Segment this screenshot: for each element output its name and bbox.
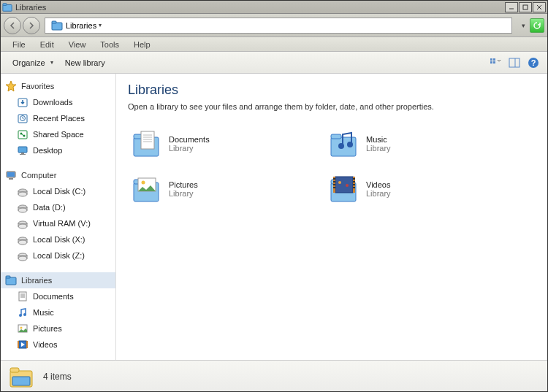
svg-rect-64 xyxy=(333,178,335,180)
sidebar-item-pictures[interactable]: Pictures xyxy=(1,320,115,337)
library-tile-videos[interactable]: Videos Library xyxy=(325,171,493,207)
svg-rect-65 xyxy=(333,181,335,182)
forward-button[interactable] xyxy=(23,17,40,34)
chevron-down-icon: ▾ xyxy=(50,59,53,66)
documents-library-icon xyxy=(131,128,161,159)
sidebar-item-music[interactable]: Music xyxy=(1,304,115,320)
svg-rect-71 xyxy=(353,187,355,188)
sidebar-item-videos[interactable]: Videos xyxy=(1,337,115,353)
sidebar-item-documents[interactable]: Documents xyxy=(1,288,115,304)
tile-type: Library xyxy=(169,144,210,153)
sidebar-libraries-header[interactable]: Libraries xyxy=(1,272,115,288)
svg-rect-33 xyxy=(523,5,528,9)
sidebar-item-label: Videos xyxy=(33,340,57,349)
svg-point-72 xyxy=(338,181,341,184)
sidebar-item-label: Downloads xyxy=(33,98,72,107)
pictures-library-icon xyxy=(131,174,161,204)
close-button[interactable] xyxy=(533,2,546,12)
svg-rect-40 xyxy=(509,58,520,67)
maximize-button[interactable] xyxy=(519,2,532,12)
svg-rect-61 xyxy=(335,177,353,193)
page-subtitle: Open a library to see your files and arr… xyxy=(128,102,536,111)
help-button[interactable]: ? xyxy=(525,55,541,71)
sidebar-item-local-disk-c[interactable]: Local Disk (C:) xyxy=(1,183,115,199)
back-button[interactable] xyxy=(4,17,21,34)
address-bar[interactable]: Libraries ▾ xyxy=(45,18,512,34)
minimize-button[interactable] xyxy=(505,2,518,12)
tile-name: Documents xyxy=(169,135,210,144)
sidebar-item-downloads[interactable]: Downloads xyxy=(1,94,115,110)
menu-file[interactable]: File xyxy=(5,39,33,50)
organize-label: Organize xyxy=(12,58,45,67)
sidebar-item-label: Desktop xyxy=(33,146,62,155)
svg-rect-39 xyxy=(493,61,495,64)
library-tile-music[interactable]: Music Library xyxy=(325,126,493,162)
navbar: Libraries ▾ ▾ xyxy=(1,14,547,37)
svg-text:?: ? xyxy=(531,58,536,67)
disk-icon xyxy=(17,250,28,261)
svg-rect-75 xyxy=(10,368,19,372)
window-title: Libraries xyxy=(15,3,504,12)
sidebar-item-label: Data (D:) xyxy=(33,203,66,212)
sidebar-item-data-d[interactable]: Data (D:) xyxy=(1,199,115,215)
new-library-label: New library xyxy=(65,58,105,67)
sidebar-item-local-disk-z[interactable]: Local Disk (Z:) xyxy=(1,247,115,264)
tile-name: Videos xyxy=(366,180,391,189)
sidebar-item-desktop[interactable]: Desktop xyxy=(1,142,115,158)
svg-rect-69 xyxy=(353,181,355,182)
tile-type: Library xyxy=(366,144,391,153)
menu-edit[interactable]: Edit xyxy=(33,39,61,50)
tile-type: Library xyxy=(366,189,391,198)
sidebar-item-recent-places[interactable]: Recent Places xyxy=(1,110,115,126)
chevron-down-icon: ▾ xyxy=(99,22,102,28)
address-dropdown-button[interactable]: ▾ xyxy=(517,19,530,32)
svg-rect-46 xyxy=(141,131,154,149)
svg-point-73 xyxy=(346,184,349,187)
computer-icon xyxy=(5,169,17,181)
pictures-icon xyxy=(17,323,28,334)
menu-help[interactable]: Help xyxy=(126,39,158,50)
sidebar-libraries-label: Libraries xyxy=(21,276,52,285)
statusbar: 4 items xyxy=(1,360,547,392)
toolbar: Organize ▾ New library ? xyxy=(1,52,547,74)
sidebar-favorites-label: Favorites xyxy=(21,82,54,91)
svg-rect-70 xyxy=(353,184,355,185)
music-library-icon xyxy=(328,128,359,159)
sidebar-computer-label: Computer xyxy=(21,171,56,180)
organize-button[interactable]: Organize ▾ xyxy=(7,55,59,70)
sidebar-favorites-header[interactable]: Favorites xyxy=(1,78,115,94)
sidebar-item-label: Pictures xyxy=(33,324,62,333)
new-library-button[interactable]: New library xyxy=(59,55,111,70)
disk-icon xyxy=(17,201,28,213)
menu-view[interactable]: View xyxy=(61,39,94,50)
desktop-icon xyxy=(17,145,28,156)
svg-point-53 xyxy=(338,143,344,149)
sidebar-item-virtual-ram-v[interactable]: Virtual RAM (V:) xyxy=(1,215,115,231)
menu-tools[interactable]: Tools xyxy=(93,39,126,50)
music-icon xyxy=(17,307,28,318)
libraries-icon xyxy=(5,274,17,286)
videos-icon xyxy=(17,339,28,350)
sidebar-item-label: Virtual RAM (V:) xyxy=(33,219,91,228)
status-count: 4 items xyxy=(43,372,72,382)
svg-rect-37 xyxy=(493,58,495,61)
preview-pane-button[interactable] xyxy=(506,55,522,71)
menubar: File Edit View Tools Help xyxy=(1,37,547,52)
sidebar-computer-header[interactable]: Computer xyxy=(1,167,115,183)
view-options-button[interactable] xyxy=(487,55,503,71)
refresh-button[interactable] xyxy=(530,18,544,33)
svg-rect-67 xyxy=(333,187,335,188)
documents-icon xyxy=(17,291,28,302)
library-grid: Documents Library Music Library xyxy=(128,126,536,207)
library-tile-documents[interactable]: Documents Library xyxy=(128,126,296,162)
content: Favorites Downloads Recent Places Shared… xyxy=(1,74,547,360)
main-pane: Libraries Open a library to see your fil… xyxy=(116,74,547,360)
recent-icon xyxy=(17,112,28,124)
breadcrumb-libraries[interactable]: Libraries ▾ xyxy=(48,20,104,31)
library-tile-pictures[interactable]: Pictures Library xyxy=(128,171,296,207)
sidebar-item-local-disk-x[interactable]: Local Disk (X:) xyxy=(1,231,115,247)
disk-icon xyxy=(17,185,28,197)
sidebar-item-shared-space[interactable]: Shared Space xyxy=(1,126,115,142)
sidebar-item-label: Local Disk (Z:) xyxy=(33,251,85,260)
breadcrumb-label: Libraries xyxy=(66,21,96,30)
